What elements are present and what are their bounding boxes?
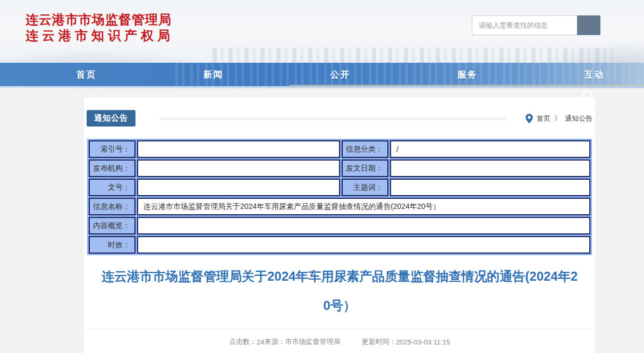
hits-label: 点击数： bbox=[229, 337, 257, 347]
table-row: 信息名称： 连云港市市场监督管理局关于2024年车用尿素产品质量监督抽查情况的通… bbox=[89, 198, 590, 215]
nav-item-service[interactable]: 服务 bbox=[404, 69, 531, 81]
content-panel: 通知公告 首页 》 通知公告 索引号： bbox=[84, 97, 595, 353]
updated-value: 2025-03-03 11:15 bbox=[396, 338, 450, 346]
document-info-table: 索引号： 信息分类： / 发布机构： 发文日期： 文号： 主题词： bbox=[87, 139, 592, 255]
search-button[interactable] bbox=[577, 15, 600, 35]
section-divider-line bbox=[160, 117, 506, 120]
updated-label: 更新时间： bbox=[361, 337, 396, 347]
nav-item-interact[interactable]: 互动 bbox=[531, 69, 644, 81]
table-row: 文号： 主题词： bbox=[89, 179, 590, 196]
info-label-cell: 主题词： bbox=[342, 179, 388, 196]
info-value-cell bbox=[390, 159, 590, 177]
info-value-cell bbox=[390, 179, 590, 196]
section-tab-notice[interactable]: 通知公告 bbox=[87, 110, 135, 127]
nav-item-public[interactable]: 公开 bbox=[277, 69, 404, 81]
info-label-cell: 信息名称： bbox=[89, 198, 135, 215]
breadcrumb-home[interactable]: 首页 bbox=[537, 114, 550, 123]
site-search bbox=[472, 15, 600, 35]
hits-count: 24 bbox=[257, 338, 264, 346]
info-value-cell bbox=[137, 159, 340, 177]
source-value: 市市场监督管理局 bbox=[285, 337, 340, 347]
site-logo-line2: 连云港市知识产权局 bbox=[26, 28, 174, 44]
section-header: 通知公告 首页 》 通知公告 bbox=[87, 110, 592, 127]
info-label-cell: 文号： bbox=[89, 179, 135, 196]
search-input[interactable] bbox=[472, 15, 577, 35]
site-banner: 连云港市市场监督管理局 连云港市知识产权局 首页 新闻 公开 服务 互动 bbox=[0, 0, 644, 86]
info-value-cell: 连云港市市场监督管理局关于2024年车用尿素产品质量监督抽查情况的通告(2024… bbox=[137, 198, 590, 215]
article-title: 连云港市市场监督管理局关于2024年车用尿素产品质量监督抽查情况的通告(2024… bbox=[100, 262, 579, 320]
location-pin-icon bbox=[526, 114, 533, 123]
breadcrumb-current[interactable]: 通知公告 bbox=[565, 114, 592, 123]
info-value-cell bbox=[137, 140, 340, 158]
table-row: 发布机构： 发文日期： bbox=[89, 159, 590, 177]
info-value-cell bbox=[137, 236, 590, 254]
table-row: 索引号： 信息分类： / bbox=[89, 140, 590, 158]
site-logo[interactable]: 连云港市市场监督管理局 连云港市知识产权局 bbox=[26, 12, 174, 44]
nav-item-home[interactable]: 首页 bbox=[23, 69, 150, 81]
page: 连云港市市场监督管理局 连云港市知识产权局 首页 新闻 公开 服务 互动 通知公… bbox=[0, 0, 644, 353]
info-value-cell bbox=[137, 179, 340, 196]
info-value-cell: / bbox=[390, 140, 590, 158]
table-row: 时效： bbox=[89, 236, 590, 254]
info-label-cell: 信息分类： bbox=[342, 140, 388, 158]
info-label-cell: 时效： bbox=[89, 236, 135, 254]
nav-item-news[interactable]: 新闻 bbox=[150, 69, 277, 81]
article-meta: 点击数：24来源：市市场监督管理局 更新时间：2025-03-03 11:15 bbox=[87, 329, 592, 347]
info-value-cell bbox=[137, 217, 590, 234]
banner-skyline-decoration bbox=[213, 48, 612, 63]
site-logo-line1: 连云港市市场监督管理局 bbox=[26, 12, 174, 28]
ring-decoration-icon bbox=[582, 90, 592, 100]
info-label-cell: 发文日期： bbox=[342, 159, 388, 177]
content-background: 通知公告 首页 》 通知公告 索引号： bbox=[0, 88, 644, 353]
info-label-cell: 发布机构： bbox=[89, 159, 135, 177]
info-label-cell: 索引号： bbox=[89, 140, 135, 158]
source-label: 来源： bbox=[264, 337, 285, 347]
main-nav: 首页 新闻 公开 服务 互动 bbox=[0, 63, 644, 86]
table-row: 内容概览： bbox=[89, 217, 590, 234]
info-label-cell: 内容概览： bbox=[89, 217, 135, 234]
breadcrumb-separator: 》 bbox=[554, 114, 561, 123]
breadcrumb: 首页 》 通知公告 bbox=[526, 114, 592, 123]
main-nav-items: 首页 新闻 公开 服务 互动 bbox=[23, 63, 644, 86]
